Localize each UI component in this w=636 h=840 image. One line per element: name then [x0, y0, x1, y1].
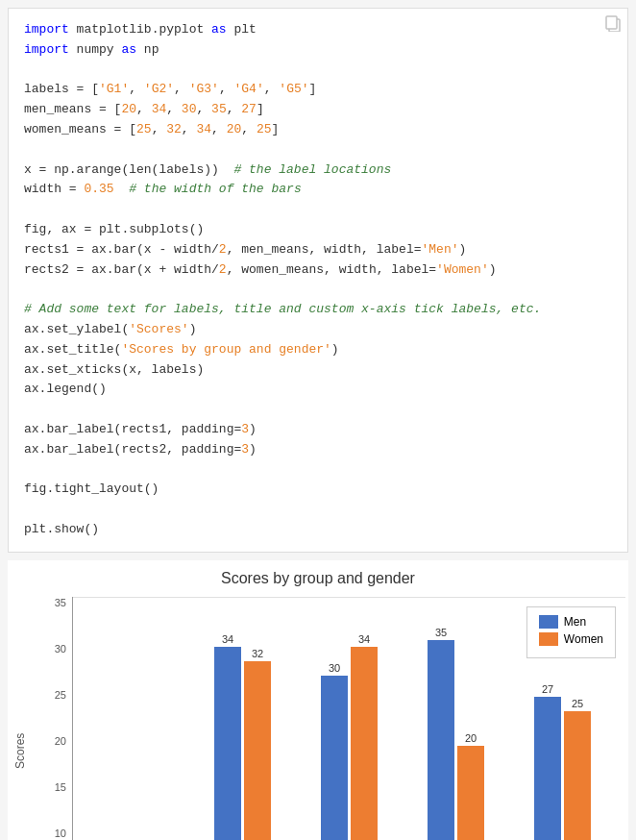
bar-value-g5-men: 27 — [542, 683, 553, 695]
code-line-15: # Add some text for labels, title and cu… — [24, 300, 612, 320]
bar-wrapper-g4-women: 20 — [457, 732, 484, 840]
bar-wrapper-g5-men: 27 — [534, 683, 561, 840]
bar-value-g3-women: 34 — [358, 633, 370, 645]
code-line-2: import numpy as np — [24, 40, 612, 61]
code-line-blank5 — [24, 400, 612, 420]
code-line-blank1 — [24, 61, 612, 81]
bar-group-g4: 35 20 — [428, 627, 484, 840]
code-line-1: import matplotlib.pyplot as plt — [24, 20, 612, 40]
chart-container: Scores by group and gender Scores 35 30 … — [8, 560, 628, 840]
code-line-21: ax.bar_label(rects1, padding=3) — [24, 420, 612, 440]
bar-wrapper-g3-women: 34 — [351, 633, 378, 840]
code-line-blank7 — [24, 500, 612, 520]
bar-value-g2-men: 34 — [222, 633, 233, 645]
plot-area: 20 25 34 — [72, 597, 625, 840]
svg-rect-1 — [606, 16, 617, 29]
bar-g3-women — [351, 647, 378, 840]
code-line-22: ax.bar_label(rects2, padding=3) — [24, 440, 612, 460]
code-line-4: labels = ['G1', 'G2', 'G3', 'G4', 'G5'] — [24, 80, 612, 100]
bar-group-g5: 27 25 — [534, 683, 591, 840]
copy-icon[interactable] — [604, 14, 622, 32]
bar-g2-women — [244, 661, 271, 840]
bar-value-g3-men: 30 — [329, 662, 340, 674]
code-block: import matplotlib.pyplot as plt import n… — [8, 8, 628, 553]
bar-wrapper-g2-men: 34 — [214, 633, 241, 840]
legend-item-women: Women — [539, 632, 603, 646]
code-line-19: ax.legend() — [24, 380, 612, 400]
code-line-9: width = 0.35 # the width of the bars — [24, 180, 612, 200]
bar-g2-men — [214, 647, 241, 840]
legend-label-women: Women — [564, 632, 603, 646]
code-line-17: ax.set_title('Scores by group and gender… — [24, 340, 612, 360]
bar-value-g4-women: 20 — [465, 732, 477, 744]
legend-item-men: Men — [539, 615, 603, 629]
bar-g4-men — [428, 640, 454, 840]
bars-and-grid: 20 25 34 — [72, 597, 625, 840]
legend-color-women — [539, 632, 558, 646]
y-axis-label: Scores — [11, 597, 30, 840]
code-line-blank2 — [24, 140, 612, 161]
bar-value-g5-women: 25 — [572, 698, 583, 709]
y-tick-10: 10 — [55, 828, 66, 839]
code-line-6: women_means = [25, 32, 34, 20, 25] — [24, 120, 612, 140]
chart-area: Scores 35 30 25 20 15 10 5 — [11, 597, 625, 840]
code-line-blank4 — [24, 280, 612, 300]
code-line-18: ax.set_xticks(x, labels) — [24, 360, 612, 381]
code-line-blank6 — [24, 460, 612, 481]
y-tick-35: 35 — [55, 597, 66, 608]
y-axis: 35 30 25 20 15 10 5 — [34, 597, 72, 840]
bar-wrapper-g5-women: 25 — [564, 698, 591, 840]
chart-inner: 35 30 25 20 15 10 5 — [34, 597, 625, 840]
code-line-11: fig, ax = plt.subplots() — [24, 220, 612, 240]
bar-g4-women — [457, 746, 484, 840]
y-tick-30: 30 — [55, 643, 66, 655]
code-line-8: x = np.arange(len(labels)) # the label l… — [24, 161, 612, 181]
code-line-5: men_means = [20, 34, 30, 35, 27] — [24, 100, 612, 120]
code-line-24: fig.tight_layout() — [24, 480, 612, 500]
bar-value-g2-women: 32 — [252, 648, 263, 659]
bar-g3-men — [321, 676, 348, 840]
chart-title: Scores by group and gender — [221, 570, 415, 587]
y-tick-15: 15 — [55, 781, 66, 793]
code-line-12: rects1 = ax.bar(x - width/2, men_means, … — [24, 240, 612, 260]
bar-wrapper-g4-men: 35 — [428, 627, 454, 840]
code-line-blank3 — [24, 200, 612, 220]
code-line-16: ax.set_ylabel('Scores') — [24, 320, 612, 340]
bar-group-g3: 30 34 — [321, 633, 378, 840]
code-line-26: plt.show() — [24, 520, 612, 540]
legend-label-men: Men — [564, 615, 586, 629]
legend-color-men — [539, 615, 558, 629]
bar-wrapper-g3-men: 30 — [321, 662, 348, 840]
code-line-13: rects2 = ax.bar(x + width/2, women_means… — [24, 260, 612, 281]
y-tick-25: 25 — [55, 689, 66, 701]
bar-wrapper-g2-women: 32 — [244, 648, 271, 840]
y-tick-20: 20 — [55, 735, 66, 747]
bar-value-g4-men: 35 — [435, 627, 447, 638]
legend: Men Women — [526, 606, 616, 658]
bar-g5-men — [534, 697, 561, 840]
bar-g5-women — [564, 711, 591, 840]
bar-group-g2: 34 32 — [214, 633, 271, 840]
